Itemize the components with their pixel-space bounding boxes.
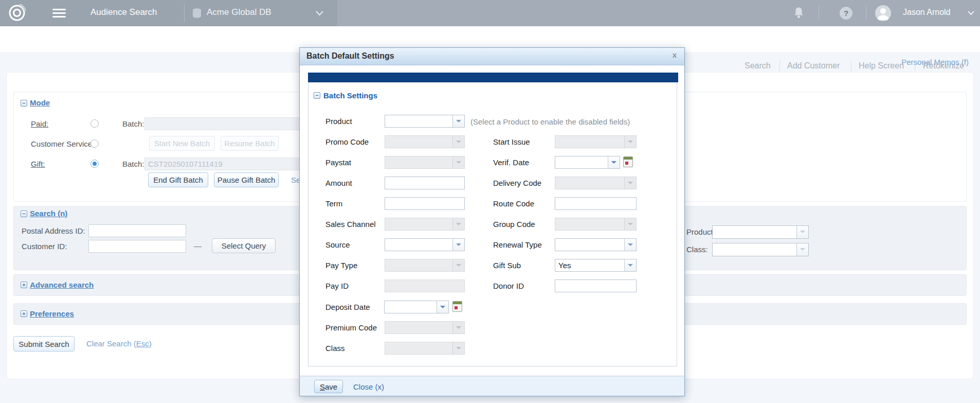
advanced-search-title[interactable]: Advanced search — [30, 281, 94, 289]
modal-form: − Batch Settings Product(Select a Produc… — [308, 73, 677, 366]
search-collapse-icon[interactable]: − — [21, 211, 27, 217]
chevron-down-icon[interactable] — [624, 259, 636, 271]
product-label: Product — [325, 117, 352, 126]
verif-date-label: Verif. Date — [493, 158, 529, 167]
search-section-title[interactable]: Search (n) — [30, 209, 67, 218]
select-query-button[interactable]: Select Query — [212, 238, 276, 253]
verif-date-calendar-icon[interactable] — [623, 156, 633, 167]
class-filter-select[interactable] — [712, 243, 809, 256]
dialog-accent-bar — [308, 73, 678, 82]
database-selector[interactable]: Acme Global DB — [207, 7, 271, 17]
chevron-down-icon[interactable] — [624, 239, 636, 251]
pay-id-input — [385, 279, 465, 292]
end-gift-batch-button[interactable]: End Gift Batch — [148, 172, 208, 187]
dialog-title-bar[interactable]: Batch Default Settings x — [300, 48, 684, 65]
user-menu[interactable]: Jason Arnold — [903, 8, 951, 17]
nav-item-search[interactable]: Search — [745, 61, 771, 71]
chevron-down-icon — [452, 259, 464, 271]
person-icon — [875, 5, 891, 21]
gift-sub-select[interactable]: Yes — [555, 259, 637, 272]
personal-memos-link[interactable]: Personal Memos (f) — [901, 58, 969, 66]
user-chevron-down-icon[interactable] — [968, 11, 974, 15]
dialog-close-icon[interactable]: x — [673, 50, 677, 59]
class-select — [385, 342, 465, 355]
delivery-code-label: Delivery Code — [493, 179, 541, 187]
save-button[interactable]: Save — [314, 380, 343, 393]
start-new-batch-button: Start New Batch — [149, 136, 215, 151]
route-code-input[interactable] — [555, 197, 637, 210]
deposit-date-label: Deposit Date — [325, 303, 370, 311]
postal-address-id-input[interactable] — [88, 224, 186, 237]
deposit-date-combobox[interactable] — [384, 301, 449, 313]
term-input[interactable] — [385, 197, 465, 210]
deposit-date-calendar-icon[interactable] — [452, 301, 462, 312]
chevron-down-icon[interactable] — [796, 243, 808, 256]
gift-batch-label: Batch: — [122, 160, 144, 168]
submit-search-button[interactable]: Submit Search — [13, 336, 75, 352]
nav-divider — [779, 61, 780, 72]
close-dialog-link[interactable]: Close (x) — [353, 382, 384, 391]
gift-radio[interactable] — [90, 160, 99, 168]
premium-code-label: Premium Code — [325, 323, 377, 332]
customer-id-input[interactable] — [88, 240, 186, 253]
group-code-select — [555, 218, 637, 231]
nav-item-help-screen[interactable]: Help Screen — [859, 61, 904, 71]
application-window: Audience Search Acme Global DB ? Jason A… — [0, 0, 980, 403]
preferences-title[interactable]: Preferences — [30, 309, 74, 318]
batch-settings-section-title: Batch Settings — [323, 91, 377, 100]
term-label: Term — [325, 199, 342, 208]
gift-label: Gift: — [31, 160, 45, 168]
customer-service-label: Customer Service: — [31, 139, 94, 148]
preferences-collapse-icon[interactable]: + — [21, 310, 27, 317]
batch-settings-collapse-icon[interactable]: − — [314, 92, 320, 99]
start-issue-select — [555, 135, 637, 148]
pay-id-label: Pay ID — [325, 282, 349, 290]
verif-date-combobox[interactable] — [555, 156, 620, 169]
delivery-code-select — [555, 177, 637, 189]
help-icon[interactable]: ? — [840, 7, 852, 20]
product-filter-select[interactable] — [712, 225, 809, 239]
chevron-down-icon[interactable] — [796, 226, 808, 238]
chevron-down-icon[interactable] — [452, 115, 464, 127]
header-divider — [184, 5, 185, 22]
chevron-down-icon[interactable] — [452, 239, 464, 251]
donor-id-input[interactable] — [555, 279, 637, 292]
app-header-left — [0, 0, 337, 26]
notifications-bell-icon[interactable] — [793, 7, 804, 20]
app-header: Audience Search Acme Global DB ? Jason A… — [0, 0, 980, 26]
chevron-down-icon[interactable] — [608, 156, 620, 168]
chevron-down-icon[interactable] — [437, 301, 448, 313]
chevron-down-icon — [452, 136, 464, 148]
gift-sub-value: Yes — [558, 261, 571, 270]
advanced-search-collapse-icon[interactable]: + — [21, 282, 27, 288]
paid-batch-label: Batch: — [122, 119, 144, 128]
database-chevron-down-icon[interactable] — [316, 11, 323, 16]
route-code-label: Route Code — [493, 199, 534, 208]
app-logo-icon — [7, 3, 27, 23]
amount-input[interactable] — [385, 177, 465, 189]
promo-code-select — [385, 135, 465, 148]
source-select[interactable] — [385, 238, 465, 251]
header-divider — [866, 6, 866, 20]
header-divider — [819, 6, 819, 20]
dialog-title: Batch Default Settings — [306, 51, 394, 61]
clear-search-link[interactable]: Clear Search (Esc) — [86, 339, 152, 348]
mode-collapse-icon[interactable]: − — [21, 100, 27, 107]
pay-type-select — [385, 259, 465, 272]
source-label: Source — [325, 240, 350, 249]
nav-item-add-customer[interactable]: Add Customer — [787, 61, 840, 71]
customer-service-radio[interactable] — [90, 139, 99, 148]
product-select[interactable] — [385, 115, 465, 128]
chevron-down-icon — [624, 218, 636, 230]
chevron-down-icon — [624, 136, 636, 148]
chevron-down-icon — [452, 218, 464, 230]
paid-radio[interactable] — [90, 119, 99, 128]
mode-section-title[interactable]: Mode — [30, 98, 50, 107]
pause-gift-batch-button[interactable]: Pause Gift Batch — [214, 172, 279, 187]
user-avatar — [875, 5, 891, 21]
renewal-type-select[interactable] — [555, 238, 637, 251]
product-filter-label: Product: — [686, 227, 715, 236]
class-label: Class — [325, 344, 345, 353]
paystat-select — [385, 156, 465, 169]
hamburger-menu-button[interactable] — [52, 9, 66, 17]
